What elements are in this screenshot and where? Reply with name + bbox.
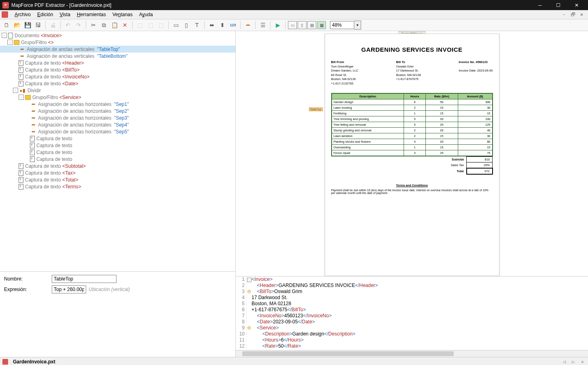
- output-line[interactable]: 3 ⊖ <BillTo>Oswald Grim: [236, 289, 588, 295]
- fold-gutter[interactable]: [247, 283, 252, 289]
- tab-nav-buttons[interactable]: ◁ ▷ ✕: [563, 359, 586, 365]
- fold-gutter[interactable]: [247, 313, 252, 319]
- fold-gutter[interactable]: [247, 343, 252, 349]
- tree-capture-date[interactable]: Captura de texto <Date>: [0, 80, 235, 87]
- tree-group[interactable]: - Grupo/Filtro <>: [0, 39, 235, 46]
- save-all-button[interactable]: 🖫: [33, 20, 43, 30]
- tree-anchor-tablebottom[interactable]: ━ Asignación de anclas verticales "Table…: [0, 53, 235, 59]
- output-line[interactable]: 2 <Header>GARDENING SERVICES INVOICE</He…: [236, 283, 588, 289]
- horizontal-scrollbar[interactable]: [236, 350, 588, 357]
- tree-capture-amount[interactable]: Captura de texto: [0, 156, 235, 162]
- run-button[interactable]: ▶: [273, 20, 283, 30]
- align-left-button[interactable]: ⬚: [135, 20, 145, 30]
- tree-capture-rate[interactable]: Captura de texto: [0, 149, 235, 156]
- scrollbar-thumb[interactable]: [242, 351, 454, 356]
- group-button[interactable]: ▭: [171, 20, 181, 30]
- fold-gutter[interactable]: [247, 331, 252, 337]
- menu-herramientas[interactable]: Herramientas: [74, 11, 109, 18]
- align-center-button[interactable]: ⬚: [146, 20, 155, 30]
- output-line[interactable]: 1 - <Invoice>: [236, 276, 588, 283]
- menu-ayuda[interactable]: Ayuda: [136, 11, 156, 18]
- tree-capture-total[interactable]: Captura de texto <Total>: [0, 176, 235, 183]
- expand-icon[interactable]: -: [13, 88, 18, 93]
- fold-gutter[interactable]: [247, 307, 252, 313]
- fold-gutter[interactable]: [247, 301, 252, 307]
- mdi-close-button[interactable]: ×: [579, 12, 585, 17]
- menu-ventanas[interactable]: Ventanas: [109, 11, 136, 18]
- tree-capture-terms[interactable]: Captura de texto <Terms>: [0, 183, 235, 190]
- tree-capture-tax[interactable]: Captura de texto <Tax>: [0, 169, 235, 176]
- pdf-preview[interactable]: Grupo/Filtro <> TableTop GARDENING SERVI…: [236, 31, 588, 276]
- anchor-h-button[interactable]: ━: [243, 20, 253, 30]
- tree-anchor-sep2[interactable]: ━ Asignación de anclas horizontales "Sep…: [0, 108, 235, 114]
- view-4-button[interactable]: ▦: [317, 21, 326, 29]
- tree-capture-header[interactable]: Captura de texto <Header>: [0, 59, 235, 66]
- tree-capture-billto[interactable]: Captura de texto <BillTo>: [0, 66, 235, 73]
- output-line[interactable]: 8 <Date>2023-09-05</Date>: [236, 319, 588, 325]
- tree-doc[interactable]: - Documento <Invoice>: [0, 32, 235, 39]
- menu-vista[interactable]: Vista: [56, 11, 73, 18]
- tree-group-service[interactable]: - Grupo/Filtro <Service>: [0, 94, 235, 101]
- list-button[interactable]: ☰: [258, 20, 268, 30]
- view-3-button[interactable]: ▤: [307, 21, 316, 29]
- split-button[interactable]: ▯: [182, 20, 191, 30]
- tree-anchor-sep5[interactable]: ━ Asignación de anclas horizontales "Sep…: [0, 128, 235, 135]
- redo-button[interactable]: ↷: [74, 20, 83, 30]
- menu-archivo[interactable]: Archivo: [11, 11, 34, 18]
- expand-icon[interactable]: -: [7, 40, 13, 45]
- undo-button[interactable]: ↶: [63, 20, 73, 30]
- open-button[interactable]: 📂: [12, 20, 22, 30]
- collate-button[interactable]: ⬍: [218, 20, 227, 30]
- output-line[interactable]: 11 <Hours>6</Hours>: [236, 337, 588, 343]
- tree-capture-subtotal[interactable]: Captura de texto <Subtotal>: [0, 162, 235, 169]
- fold-gutter[interactable]: -: [247, 276, 252, 283]
- fold-gutter[interactable]: ⊖: [247, 325, 252, 331]
- tree-split[interactable]: - ▸▮ Dividir: [0, 87, 235, 94]
- zoom-dropdown-button[interactable]: ▼: [354, 21, 361, 30]
- fold-gutter[interactable]: [247, 295, 252, 301]
- structure-tree[interactable]: - Documento <Invoice> - Grupo/Filtro <> …: [0, 31, 235, 271]
- align-right-button[interactable]: ⬚: [156, 20, 166, 30]
- mdi-restore-button[interactable]: 🗗: [569, 12, 577, 17]
- merge-button[interactable]: ⬌: [207, 20, 217, 30]
- mdi-minimize-button[interactable]: -: [561, 12, 567, 17]
- minimize-button[interactable]: ─: [531, 0, 549, 10]
- tree-capture-hours[interactable]: Captura de texto: [0, 142, 235, 149]
- output-line[interactable]: 10 <Description>Garden design</Descripti…: [236, 331, 588, 337]
- output-line[interactable]: 9 ⊖ <Service>: [236, 325, 588, 331]
- tree-capture-invoiceno[interactable]: Captura de texto <InvoiceNo>: [0, 73, 235, 80]
- xml-output[interactable]: 1 - <Invoice> 2 <Header>GARDENING SERVIC…: [236, 276, 588, 350]
- prop-name-input[interactable]: [52, 275, 116, 283]
- menu-edicion[interactable]: Edición: [34, 11, 56, 18]
- expand-icon[interactable]: -: [19, 95, 24, 100]
- zoom-input[interactable]: [330, 21, 354, 29]
- prop-expr-input[interactable]: [52, 285, 86, 293]
- zoom-combo[interactable]: ▼: [330, 21, 361, 30]
- view-1-button[interactable]: ▭: [288, 21, 297, 29]
- delete-button[interactable]: ✕: [120, 20, 130, 30]
- cut-button[interactable]: ✂: [89, 20, 98, 30]
- textcap-button[interactable]: T: [192, 20, 202, 30]
- tree-anchor-tabletop[interactable]: ━ Asignación de anclas verticales "Table…: [0, 46, 235, 53]
- print-button[interactable]: 🖨: [48, 20, 58, 30]
- expand-icon[interactable]: -: [2, 33, 7, 38]
- maximize-button[interactable]: ☐: [549, 0, 567, 10]
- view-2-button[interactable]: ▯: [298, 21, 307, 29]
- new-button[interactable]: 🗋: [2, 20, 11, 30]
- fold-gutter[interactable]: ⊖: [247, 289, 252, 295]
- copy-button[interactable]: ⧉: [99, 20, 109, 30]
- output-line[interactable]: 12 <Rate>50</Rate>: [236, 343, 588, 349]
- output-line[interactable]: 7 <InvoiceNo>4560123</InvoiceNo>: [236, 313, 588, 319]
- tree-anchor-sep1[interactable]: ━ Asignación de anclas horizontales "Sep…: [0, 101, 235, 108]
- tree-anchor-sep4[interactable]: ━ Asignación de anclas horizontales "Sep…: [0, 121, 235, 128]
- fold-gutter[interactable]: [247, 319, 252, 325]
- output-line[interactable]: 5 Boston, MA 02128: [236, 301, 588, 307]
- tree-capture-description[interactable]: Captura de texto: [0, 135, 235, 142]
- order-button[interactable]: 123: [228, 20, 238, 30]
- tree-anchor-sep3[interactable]: ━ Asignación de anclas horizontales "Sep…: [0, 114, 235, 121]
- doc-tab[interactable]: GardenInvoice.pxt: [10, 358, 59, 365]
- save-button[interactable]: 💾: [23, 20, 32, 30]
- fold-gutter[interactable]: [247, 337, 252, 343]
- output-line[interactable]: 4 17 Darkwood St.: [236, 295, 588, 301]
- close-button[interactable]: ✕: [567, 0, 586, 10]
